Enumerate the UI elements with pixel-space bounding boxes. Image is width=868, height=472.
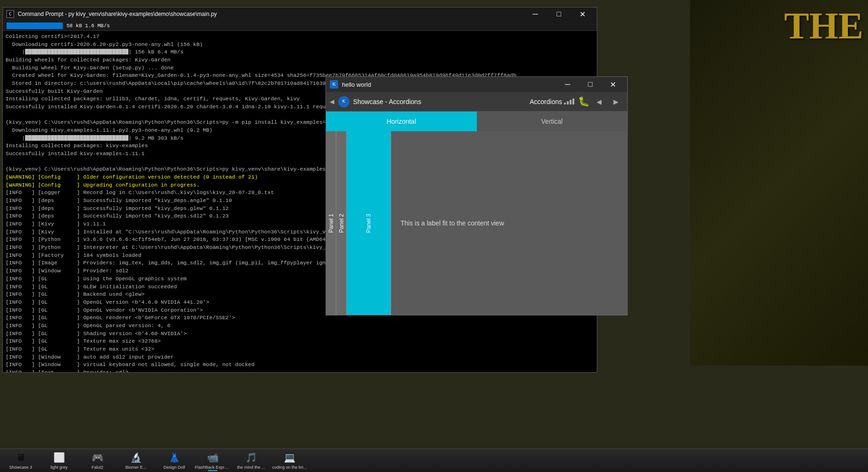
section-title: Accordions <box>530 98 562 105</box>
accordion-content: This is a label fit to the content view <box>391 131 627 315</box>
nav-left-arrow-button[interactable]: ◀ <box>592 94 607 109</box>
kivy-close-button[interactable]: ✕ <box>602 77 623 92</box>
accordion-panel-3[interactable]: Panel 3 <box>347 131 391 315</box>
taskbar-label-5: FlashBack Express ... <box>195 465 230 470</box>
taskbar-label-4: Design Doll <box>163 465 185 470</box>
cmd-line: Building wheel for Kivy-Garden (setup.py… <box>6 64 594 72</box>
nav-back-button[interactable]: ◀ <box>330 97 334 106</box>
tab-vertical[interactable]: Vertical <box>477 112 628 131</box>
taskbar-item-0[interactable]: 🖥Showcase 3 <box>2 450 39 472</box>
kivy-nav-left: ◀ K Showcase - Accordions <box>330 96 530 107</box>
kivy-titlebar-controls: ─ □ ✕ <box>557 77 623 92</box>
bug-icon: 🐛 <box>578 96 590 107</box>
kivy-titlebar-left: K hello world <box>330 80 371 89</box>
cmd-maximize-button[interactable]: □ <box>548 7 570 21</box>
kivy-window: K hello world ─ □ ✕ ◀ K Showcase - Accor… <box>326 76 628 315</box>
cmd-titlebar: C Command Prompt - py kivy_venv\share\ki… <box>3 7 597 21</box>
accordion-panels: Panel 1 Panel 2 Panel 3 <box>326 131 391 315</box>
cmd-line: |████████████████████████████████| 156 k… <box>6 48 594 56</box>
taskbar-icon-0: 🖥 <box>14 451 27 465</box>
cmd-line: [INFO ] [GL ] Texture max size <32768> <box>6 337 594 345</box>
kivy-nav-right: Accordions 🐛 ◀ ▶ <box>530 94 623 109</box>
taskbar-item-5[interactable]: 📹FlashBack Express ... <box>194 450 231 472</box>
kivy-tabs: Horizontal Vertical <box>326 112 627 131</box>
kivy-minimize-button[interactable]: ─ <box>557 77 579 92</box>
taskbar-icon-1: ⬜ <box>52 451 66 465</box>
accordion-panel-1[interactable]: Panel 1 <box>326 131 336 315</box>
cmd-line: [INFO ] [GL ] Shading version <b'4.60 NV… <box>6 330 594 338</box>
wallpaper-the-text: THE <box>784 5 863 47</box>
cmd-minimize-button[interactable]: ─ <box>525 7 546 21</box>
taskbar-item-7[interactable]: 💻coding on the bri... <box>271 450 308 472</box>
taskbar: 🖥Showcase 3⬜light grey🎮Falut2🔬Biomer E..… <box>0 449 868 472</box>
cmd-title: Command Prompt - py kivy_venv\share\kivy… <box>18 11 217 17</box>
cmd-close-button[interactable]: ✕ <box>571 7 593 21</box>
taskbar-icon-7: 💻 <box>283 451 296 465</box>
cmd-line: Collecting certifi>=2017.4.17 <box>6 33 594 41</box>
accordion-content-label: This is a label fit to the content view <box>401 219 504 227</box>
taskbar-item-3[interactable]: 🔬Biomer E... <box>117 450 155 472</box>
cmd-line: [INFO ] [GL ] OpenGL parsed version: 4, … <box>6 322 594 330</box>
taskbar-icon-5: 📹 <box>206 451 219 465</box>
cmd-line: [INFO ] [Window ] virtual keyboard not a… <box>6 361 594 369</box>
taskbar-item-1[interactable]: ⬜light grey <box>40 450 78 472</box>
taskbar-item-6[interactable]: 🎵the mind the ... <box>232 450 270 472</box>
kivy-logo: K <box>338 96 349 107</box>
taskbar-label-7: coding on the bri... <box>272 465 307 470</box>
cmd-line: Downloading certifi-2020.6.20-py2.py3-no… <box>6 41 594 49</box>
cmd-progress-bar-fill <box>7 22 63 29</box>
accordion-container: Panel 1 Panel 2 Panel 3 This is a label … <box>326 131 627 315</box>
taskbar-icon-3: 🔬 <box>129 451 142 465</box>
taskbar-icon-6: 🎵 <box>245 451 258 465</box>
showcase-title: Showcase - Accordions <box>353 98 422 105</box>
taskbar-label-2: Falut2 <box>91 465 103 470</box>
cmd-line: [INFO ] [GL ] Texture max units <32> <box>6 345 594 353</box>
nav-right-arrow-button[interactable]: ▶ <box>608 94 623 109</box>
kivy-navbar: ◀ K Showcase - Accordions Accordions 🐛 ◀… <box>326 92 627 112</box>
taskbar-active-indicator-5 <box>208 470 217 471</box>
taskbar-item-2[interactable]: 🎮Falut2 <box>79 450 116 472</box>
kivy-title: hello world <box>342 81 371 88</box>
cmd-titlebar-controls: ─ □ ✕ <box>525 7 593 21</box>
cmd-line: [INFO ] [Text ] Provider: sdl2 <box>6 369 594 372</box>
accordion-panel-2[interactable]: Panel 2 <box>336 131 347 315</box>
cmd-line: Building wheels for collected packages: … <box>6 56 594 64</box>
cmd-progress-bar: 58 kB 1.6 MB/s <box>3 21 597 31</box>
taskbar-item-4[interactable]: 👗Design Doll <box>156 450 193 472</box>
cmd-app-icon: C <box>7 10 14 18</box>
tab-horizontal[interactable]: Horizontal <box>326 112 477 131</box>
taskbar-label-1: light grey <box>51 465 68 470</box>
wallpaper-right: THE <box>690 0 868 366</box>
taskbar-icon-4: 👗 <box>168 451 181 465</box>
taskbar-label-0: Showcase 3 <box>9 465 32 470</box>
kivy-titlebar: K hello world ─ □ ✕ <box>326 77 627 92</box>
taskbar-label-3: Biomer E... <box>126 465 147 470</box>
kivy-maximize-button[interactable]: □ <box>579 77 601 92</box>
kivy-content-area: Panel 1 Panel 2 Panel 3 This is a label … <box>326 131 627 315</box>
cmd-line: [INFO ] [Window ] auto add sdl2 input pr… <box>6 353 594 361</box>
taskbar-label-6: the mind the ... <box>237 465 265 470</box>
cmd-titlebar-left: C Command Prompt - py kivy_venv\share\ki… <box>7 10 217 18</box>
kivy-app-icon: K <box>330 80 338 89</box>
signal-bars <box>564 98 574 105</box>
cmd-progress-text: 58 kB 1.6 MB/s <box>67 23 110 29</box>
taskbar-icon-2: 🎮 <box>91 451 104 465</box>
